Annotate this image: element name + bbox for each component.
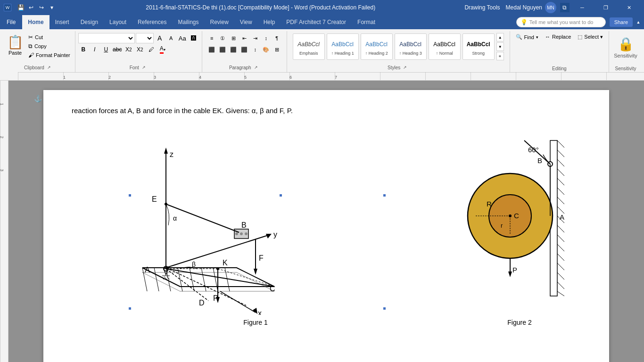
tell-me-placeholder: Tell me what you want to do xyxy=(529,19,594,25)
paragraph-expand-icon[interactable]: ↗ xyxy=(252,64,260,71)
paste-label: Paste xyxy=(8,50,22,56)
quick-access-toolbar: 💾 ↩ ↪ ▾ xyxy=(16,3,57,12)
align-left-button[interactable]: ⬛ xyxy=(206,44,217,55)
tab-design[interactable]: Design xyxy=(75,15,104,29)
anchor-icon[interactable]: ⚓ xyxy=(34,95,42,102)
style-strong-preview: AaBbCcl xyxy=(464,38,493,51)
share-button[interactable]: Share xyxy=(610,17,633,27)
strikethrough-button[interactable]: abc xyxy=(112,44,123,55)
line-spacing-button[interactable]: ↕ xyxy=(250,44,260,55)
tab-mailings[interactable]: Mailings xyxy=(172,15,204,29)
tab-home[interactable]: Home xyxy=(22,15,49,29)
style-heading2[interactable]: AaBbCcl ↑ Heading 2 xyxy=(361,33,393,60)
figure2-label: Figure 2 xyxy=(458,319,581,326)
cut-button[interactable]: ✂ Cut xyxy=(26,33,72,41)
tab-pdf[interactable]: PDF Architect 7 Creator xyxy=(281,15,352,29)
tab-file[interactable]: File xyxy=(0,15,22,29)
title-right-area: Drawing Tools Medal Nguyen MN ⧉ ─ ❐ ✕ xyxy=(464,0,640,15)
font-name-select[interactable] xyxy=(78,33,135,43)
tab-review[interactable]: Review xyxy=(204,15,234,29)
select-button[interactable]: ⬚ Select ▾ xyxy=(575,33,606,41)
styles-expand-button[interactable]: ≡ xyxy=(496,52,504,60)
align-center-button[interactable]: ⬛ xyxy=(217,44,228,55)
styles-scroll-controls: ▲ ▼ ≡ xyxy=(496,33,504,60)
svg-line-51 xyxy=(166,269,274,287)
font-size-decrease-button[interactable]: A xyxy=(166,33,176,43)
window-icon-btn[interactable]: ⧉ xyxy=(560,3,570,12)
tab-layout[interactable]: Layout xyxy=(104,15,132,29)
underline-button[interactable]: U xyxy=(101,44,111,55)
style-emphasis[interactable]: AaBbCcl Emphasis xyxy=(293,33,325,60)
close-button[interactable]: ✕ xyxy=(619,0,640,15)
redo-qa-button[interactable]: ↪ xyxy=(37,3,46,12)
show-hide-button[interactable]: ¶ xyxy=(272,33,282,43)
multilevel-list-button[interactable]: ⊞ xyxy=(228,33,239,43)
qa-dropdown-button[interactable]: ▾ xyxy=(47,3,57,12)
copy-icon: ⧉ xyxy=(28,43,33,49)
bold-button[interactable]: B xyxy=(78,44,89,55)
font-size-increase-button[interactable]: A xyxy=(155,33,165,43)
svg-point-42 xyxy=(235,232,238,235)
svg-text:z: z xyxy=(170,150,173,158)
justify-button[interactable]: ⬛ xyxy=(239,44,249,55)
style-strong[interactable]: AaBbCcl Strong xyxy=(462,33,495,60)
font-group-content: A A Aa 🅰 B I U abc X2 X2 🖊 A ▾ xyxy=(78,31,199,62)
superscript-button[interactable]: X2 xyxy=(135,44,145,55)
style-heading2-label: ↑ Heading 2 xyxy=(365,51,388,56)
svg-text:1: 1 xyxy=(0,103,4,105)
clear-formatting-button[interactable]: 🅰 xyxy=(189,33,199,43)
font-expand-icon[interactable]: ↗ xyxy=(140,64,148,71)
style-heading1[interactable]: AaBbCcl ↑ Heading 1 xyxy=(327,33,359,60)
tab-view[interactable]: View xyxy=(234,15,258,29)
find-dropdown-icon: ▾ xyxy=(536,35,538,40)
styles-expand-icon[interactable]: ↗ xyxy=(401,64,409,71)
tell-me-bar[interactable]: 💡 Tell me what you want to do xyxy=(516,17,606,27)
font-color-dropdown-icon[interactable]: ▾ xyxy=(164,48,165,52)
collapse-ribbon-button[interactable]: ▲ xyxy=(635,18,642,26)
svg-text:K: K xyxy=(223,259,228,267)
styles-scroll-up-button[interactable]: ▲ xyxy=(496,33,504,41)
para-align-row: ⬛ ⬛ ⬛ ⬛ ↕ 🎨 ⊞ xyxy=(206,44,282,55)
numbered-list-button[interactable]: ① xyxy=(217,33,228,43)
font-group: A A Aa 🅰 B I U abc X2 X2 🖊 A ▾ Font ↗ xyxy=(75,31,202,72)
tab-help[interactable]: Help xyxy=(258,15,281,29)
sensitivity-icon[interactable]: 🔒 xyxy=(618,36,634,52)
replace-button[interactable]: ↔ Replace xyxy=(542,33,574,41)
tab-references[interactable]: References xyxy=(132,15,172,29)
borders-button[interactable]: ⊞ xyxy=(272,44,282,55)
sort-button[interactable]: ↕ xyxy=(261,33,271,43)
style-heading3[interactable]: AaBbCcl ↑ Heading 3 xyxy=(395,33,427,60)
find-button[interactable]: 🔍 Find ▾ xyxy=(513,33,541,41)
maximize-button[interactable]: ❐ xyxy=(595,0,617,15)
font-case-button[interactable]: Aa xyxy=(177,33,188,43)
svg-line-66 xyxy=(557,159,564,166)
text-highlight-button[interactable]: 🖊 xyxy=(146,44,157,55)
tab-insert[interactable]: Insert xyxy=(50,15,75,29)
clipboard-expand-icon[interactable]: ↗ xyxy=(45,64,53,71)
minimize-button[interactable]: ─ xyxy=(571,0,593,15)
decrease-indent-button[interactable]: ⇤ xyxy=(239,33,249,43)
save-qa-button[interactable]: 💾 xyxy=(16,3,25,12)
bullet-list-button[interactable]: ≡ xyxy=(206,33,217,43)
editing-group-label: Editing xyxy=(513,65,606,72)
undo-qa-button[interactable]: ↩ xyxy=(26,3,36,12)
font-size-select[interactable] xyxy=(136,33,154,43)
align-right-button[interactable]: ⬛ xyxy=(228,44,239,55)
styles-scroll-down-button[interactable]: ▼ xyxy=(496,42,504,51)
subscript-button[interactable]: X2 xyxy=(124,44,134,55)
tab-format[interactable]: Format xyxy=(352,15,381,29)
copy-button[interactable]: ⧉ Copy xyxy=(26,42,72,50)
document-content[interactable]: ⚓ reaction forces at A, B and force in t… xyxy=(8,81,644,362)
italic-button[interactable]: I xyxy=(90,44,100,55)
paste-button[interactable]: 📋 Paste xyxy=(5,33,25,58)
style-heading3-label: ↑ Heading 3 xyxy=(399,51,422,56)
sensitivity-label: Sensitivity xyxy=(614,53,637,59)
paragraph-group-content: ≡ ① ⊞ ⇤ ⇥ ↕ ¶ ⬛ ⬛ ⬛ ⬛ ↕ 🎨 ⊞ xyxy=(206,31,282,62)
increase-indent-button[interactable]: ⇥ xyxy=(250,33,260,43)
app-icon: W xyxy=(4,4,11,11)
format-painter-button[interactable]: 🖌 Format Painter xyxy=(26,51,72,59)
font-color-button[interactable]: A ▾ xyxy=(157,44,168,55)
styles-group-label: Styles ↗ xyxy=(290,62,507,72)
shading-button[interactable]: 🎨 xyxy=(261,44,271,55)
style-normal[interactable]: AaBbCcl ↑ Normal xyxy=(429,33,461,60)
